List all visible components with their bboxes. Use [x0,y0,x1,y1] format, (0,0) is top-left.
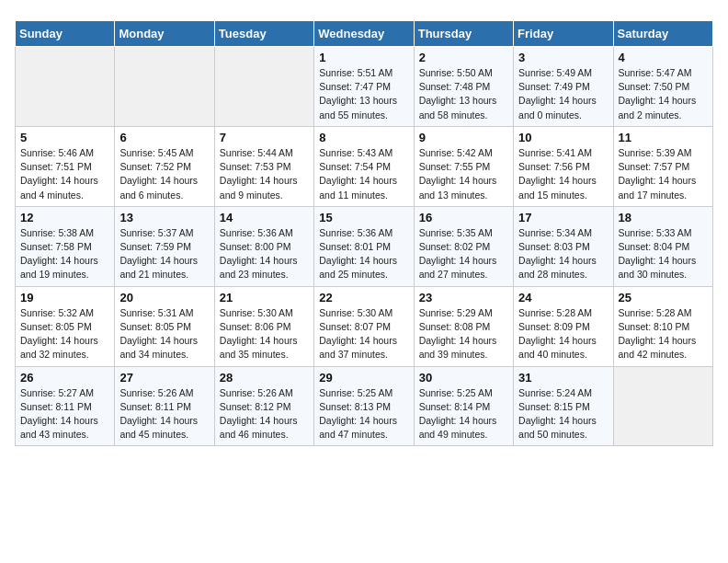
calendar-cell: 13Sunrise: 5:37 AM Sunset: 7:59 PM Dayli… [115,206,214,286]
day-info: Sunrise: 5:35 AM Sunset: 8:02 PM Dayligh… [419,226,508,282]
day-number: 27 [119,371,209,385]
calendar-week-4: 19Sunrise: 5:32 AM Sunset: 8:05 PM Dayli… [16,286,713,366]
day-info: Sunrise: 5:27 AM Sunset: 8:11 PM Dayligh… [20,386,109,442]
calendar-cell: 6Sunrise: 5:45 AM Sunset: 7:52 PM Daylig… [115,126,214,206]
day-number: 19 [20,291,109,304]
calendar-cell: 24Sunrise: 5:28 AM Sunset: 8:09 PM Dayli… [514,286,613,366]
calendar-week-2: 5Sunrise: 5:46 AM Sunset: 7:51 PM Daylig… [16,126,713,206]
day-info: Sunrise: 5:39 AM Sunset: 7:57 PM Dayligh… [619,146,708,202]
day-number: 25 [619,291,708,304]
calendar-cell: 4Sunrise: 5:47 AM Sunset: 7:50 PM Daylig… [613,47,712,127]
day-number: 11 [619,131,708,144]
calendar-cell: 12Sunrise: 5:38 AM Sunset: 7:58 PM Dayli… [16,206,115,286]
day-info: Sunrise: 5:50 AM Sunset: 7:48 PM Dayligh… [419,66,508,122]
day-info: Sunrise: 5:30 AM Sunset: 8:07 PM Dayligh… [319,306,408,362]
calendar-cell: 8Sunrise: 5:43 AM Sunset: 7:54 PM Daylig… [314,126,414,206]
day-info: Sunrise: 5:38 AM Sunset: 7:58 PM Dayligh… [20,226,109,282]
calendar-cell: 25Sunrise: 5:28 AM Sunset: 8:10 PM Dayli… [613,286,712,366]
day-info: Sunrise: 5:36 AM Sunset: 8:01 PM Dayligh… [319,226,408,282]
calendar-cell: 20Sunrise: 5:31 AM Sunset: 8:05 PM Dayli… [115,286,214,366]
day-info: Sunrise: 5:25 AM Sunset: 8:13 PM Dayligh… [319,386,408,442]
calendar-cell [16,47,115,127]
day-info: Sunrise: 5:24 AM Sunset: 8:15 PM Dayligh… [518,386,608,442]
day-number: 14 [220,211,309,224]
day-info: Sunrise: 5:44 AM Sunset: 7:53 PM Dayligh… [220,146,309,202]
day-info: Sunrise: 5:49 AM Sunset: 7:49 PM Dayligh… [518,66,608,122]
calendar-cell: 17Sunrise: 5:34 AM Sunset: 8:03 PM Dayli… [514,206,613,286]
calendar-cell: 9Sunrise: 5:42 AM Sunset: 7:55 PM Daylig… [414,126,513,206]
calendar-cell [613,366,712,446]
calendar-cell: 28Sunrise: 5:26 AM Sunset: 8:12 PM Dayli… [214,366,313,446]
day-number: 8 [319,131,408,144]
day-info: Sunrise: 5:36 AM Sunset: 8:00 PM Dayligh… [220,226,309,282]
day-info: Sunrise: 5:28 AM Sunset: 8:09 PM Dayligh… [518,306,608,362]
day-number: 2 [419,51,508,64]
day-info: Sunrise: 5:47 AM Sunset: 7:50 PM Dayligh… [619,66,708,122]
day-info: Sunrise: 5:28 AM Sunset: 8:10 PM Dayligh… [619,306,708,362]
day-number: 29 [319,371,408,385]
calendar-cell: 7Sunrise: 5:44 AM Sunset: 7:53 PM Daylig… [214,126,313,206]
day-number: 28 [220,371,309,385]
calendar-cell: 22Sunrise: 5:30 AM Sunset: 8:07 PM Dayli… [314,286,414,366]
day-info: Sunrise: 5:32 AM Sunset: 8:05 PM Dayligh… [20,306,109,362]
day-number: 24 [518,291,608,304]
calendar-cell: 15Sunrise: 5:36 AM Sunset: 8:01 PM Dayli… [314,206,414,286]
calendar-cell: 10Sunrise: 5:41 AM Sunset: 7:56 PM Dayli… [514,126,613,206]
day-info: Sunrise: 5:26 AM Sunset: 8:11 PM Dayligh… [119,386,209,442]
day-number: 18 [619,211,708,224]
calendar-cell: 2Sunrise: 5:50 AM Sunset: 7:48 PM Daylig… [414,47,513,127]
weekday-header-friday: Friday [514,21,613,47]
day-info: Sunrise: 5:42 AM Sunset: 7:55 PM Dayligh… [419,146,508,202]
day-info: Sunrise: 5:46 AM Sunset: 7:51 PM Dayligh… [20,146,109,202]
day-info: Sunrise: 5:25 AM Sunset: 8:14 PM Dayligh… [419,386,508,442]
day-number: 12 [20,211,109,224]
day-number: 3 [518,51,608,64]
calendar-cell: 16Sunrise: 5:35 AM Sunset: 8:02 PM Dayli… [414,206,513,286]
day-number: 10 [518,131,608,144]
day-number: 30 [419,371,508,385]
calendar-cell: 5Sunrise: 5:46 AM Sunset: 7:51 PM Daylig… [16,126,115,206]
calendar-cell: 23Sunrise: 5:29 AM Sunset: 8:08 PM Dayli… [414,286,513,366]
day-info: Sunrise: 5:31 AM Sunset: 8:05 PM Dayligh… [119,306,209,362]
day-info: Sunrise: 5:43 AM Sunset: 7:54 PM Dayligh… [319,146,408,202]
calendar-week-5: 26Sunrise: 5:27 AM Sunset: 8:11 PM Dayli… [16,366,713,446]
day-number: 22 [319,291,408,304]
calendar-cell: 11Sunrise: 5:39 AM Sunset: 7:57 PM Dayli… [613,126,712,206]
day-number: 21 [220,291,309,304]
day-info: Sunrise: 5:30 AM Sunset: 8:06 PM Dayligh… [220,306,309,362]
day-info: Sunrise: 5:29 AM Sunset: 8:08 PM Dayligh… [419,306,508,362]
day-info: Sunrise: 5:41 AM Sunset: 7:56 PM Dayligh… [518,146,608,202]
day-number: 23 [419,291,508,304]
calendar-cell: 27Sunrise: 5:26 AM Sunset: 8:11 PM Dayli… [115,366,214,446]
calendar-cell [115,47,214,127]
weekday-header-sunday: Sunday [16,21,115,47]
day-info: Sunrise: 5:45 AM Sunset: 7:52 PM Dayligh… [119,146,209,202]
weekday-header-monday: Monday [115,21,214,47]
weekday-header-thursday: Thursday [414,21,513,47]
calendar-cell: 3Sunrise: 5:49 AM Sunset: 7:49 PM Daylig… [514,47,613,127]
day-number: 1 [319,51,408,64]
calendar-cell: 21Sunrise: 5:30 AM Sunset: 8:06 PM Dayli… [214,286,313,366]
day-info: Sunrise: 5:33 AM Sunset: 8:04 PM Dayligh… [619,226,708,282]
day-number: 6 [119,131,209,144]
calendar-cell: 26Sunrise: 5:27 AM Sunset: 8:11 PM Dayli… [16,366,115,446]
day-info: Sunrise: 5:26 AM Sunset: 8:12 PM Dayligh… [220,386,309,442]
calendar-cell: 31Sunrise: 5:24 AM Sunset: 8:15 PM Dayli… [514,366,613,446]
calendar-cell: 14Sunrise: 5:36 AM Sunset: 8:00 PM Dayli… [214,206,313,286]
calendar-cell: 30Sunrise: 5:25 AM Sunset: 8:14 PM Dayli… [414,366,513,446]
calendar-cell: 19Sunrise: 5:32 AM Sunset: 8:05 PM Dayli… [16,286,115,366]
calendar-table: SundayMondayTuesdayWednesdayThursdayFrid… [15,20,713,446]
day-number: 4 [619,51,708,64]
calendar-cell [214,47,313,127]
day-number: 5 [20,131,109,144]
day-number: 31 [518,371,608,385]
day-number: 13 [119,211,209,224]
day-info: Sunrise: 5:34 AM Sunset: 8:03 PM Dayligh… [518,226,608,282]
day-info: Sunrise: 5:37 AM Sunset: 7:59 PM Dayligh… [119,226,209,282]
calendar-cell: 18Sunrise: 5:33 AM Sunset: 8:04 PM Dayli… [613,206,712,286]
calendar-week-1: 1Sunrise: 5:51 AM Sunset: 7:47 PM Daylig… [16,47,713,127]
day-number: 20 [119,291,209,304]
weekday-header-row: SundayMondayTuesdayWednesdayThursdayFrid… [16,21,713,47]
weekday-header-wednesday: Wednesday [314,21,414,47]
weekday-header-saturday: Saturday [613,21,712,47]
